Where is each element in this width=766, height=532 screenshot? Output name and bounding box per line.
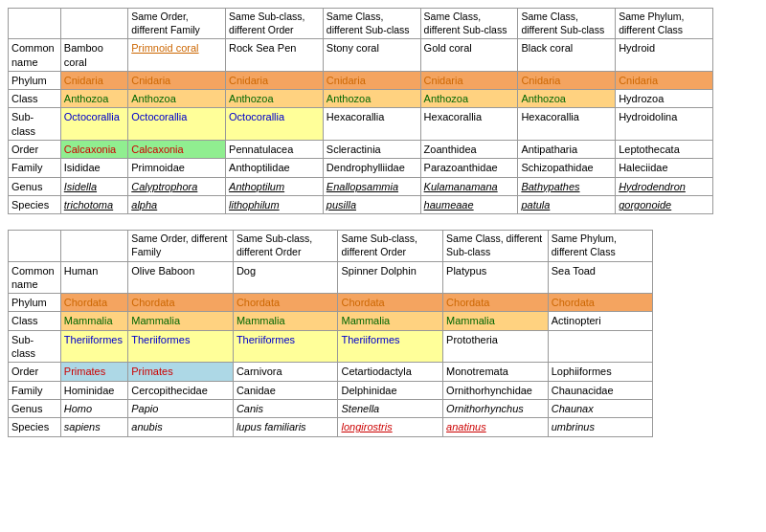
t1-cn-5: Black coral	[518, 39, 616, 72]
label-class1: Class	[9, 90, 61, 108]
header-same-class-diff-subclass3: Same Class, different Sub-class	[518, 9, 616, 39]
t1-ph-3: Cnidaria	[323, 71, 420, 89]
t1-or-4: Zoanthidea	[420, 141, 518, 159]
table2-row-phylum: Phylum Chordata Chordata Chordata Chorda…	[9, 294, 758, 312]
t2-label-commonname: Common name	[9, 261, 61, 294]
t1-cl-6: Hydrozoa	[616, 90, 713, 108]
t2-sc-5	[548, 330, 653, 363]
t2-header-same-subclass-diff-order2: Same Sub-class, different Order	[338, 231, 443, 261]
label-family1: Family	[9, 159, 61, 177]
t1-fa-6: Haleciidae	[616, 159, 713, 177]
t2-cl-4: Mammalia	[443, 312, 549, 330]
t2-or-1: Primates	[128, 363, 234, 381]
t2-cn-4: Platypus	[443, 261, 549, 294]
t1-sc-2: Octocorallia	[226, 108, 324, 141]
t1-ph-6: Cnidaria	[616, 71, 713, 89]
t1-ge-1: Calyptrophora	[128, 177, 226, 195]
t2-label-order: Order	[9, 363, 61, 381]
table1-row-species: Species trichotoma alpha lithophilum pus…	[9, 195, 758, 213]
t1-ph-4: Cnidaria	[420, 71, 518, 89]
table1-header: Same Order, different Family Same Sub-cl…	[9, 9, 758, 39]
t2-ge-3: Stenella	[338, 399, 443, 417]
t2-ph-3: Chordata	[338, 294, 443, 312]
header-empty1	[9, 9, 61, 39]
t1-cl-1: Anthozoa	[128, 90, 226, 108]
t2-label-subclass: Sub-class	[9, 330, 61, 363]
t1-fa-4: Parazoanthidae	[420, 159, 518, 177]
t2-header-same-order-diff-family: Same Order, different Family	[128, 231, 234, 261]
t1-sc-3: Hexacorallia	[323, 108, 420, 141]
t2-label-class: Class	[9, 312, 61, 330]
t1-ph-5: Cnidaria	[518, 71, 616, 89]
table2-row-class: Class Mammalia Mammalia Mammalia Mammali…	[9, 312, 758, 330]
t2-cn-0: Human	[60, 261, 127, 294]
t2-header-same-phylum-diff-class: Same Phylum, different Class	[548, 231, 653, 261]
table2-header: Same Order, different Family Same Sub-cl…	[9, 231, 758, 261]
t1-ph-2: Cnidaria	[226, 71, 324, 89]
t1-cn-0: Bamboo coral	[60, 39, 127, 72]
table1-row-class: Class Anthozoa Anthozoa Anthozoa Anthozo…	[9, 90, 758, 108]
t2-label-family: Family	[9, 381, 61, 399]
table1-row-commonname: Common name Bamboo coral Primnoid coral …	[9, 39, 758, 72]
label-commonname: Common name	[9, 39, 61, 72]
t2-label-genus: Genus	[9, 399, 61, 417]
t2-cl-3: Mammalia	[338, 312, 443, 330]
table2-row-commonname: Common name Human Olive Baboon Dog Spinn…	[9, 261, 758, 294]
t2-ph-4: Chordata	[443, 294, 549, 312]
t1-cn-6: Hydroid	[616, 39, 713, 72]
table2-row-genus: Genus Homo Papio Canis Stenella Ornithor…	[9, 399, 758, 417]
t1-sp-1: alpha	[128, 195, 226, 213]
t1-cn-1: Primnoid coral	[128, 39, 226, 72]
t2-ge-1: Papio	[128, 399, 234, 417]
t2-cn-1: Olive Baboon	[128, 261, 234, 294]
t1-ph-0: Cnidaria	[60, 71, 127, 89]
label-subclass1: Sub-class	[9, 108, 61, 141]
t2-sp-2: lupus familiaris	[233, 418, 338, 436]
table1-row-family: Family Isididae Primnoidae Anthoptilidae…	[9, 159, 758, 177]
t1-or-3: Scleractinia	[323, 141, 420, 159]
table2-row-order: Order Primates Primates Carnivora Cetart…	[9, 363, 758, 381]
t2-ge-0: Homo	[60, 399, 127, 417]
t2-sp-3: longirostris	[338, 418, 443, 436]
t2-or-3: Cetartiodactyla	[338, 363, 443, 381]
header-empty2	[60, 9, 127, 39]
table1-row-order: Order Calcaxonia Calcaxonia Pennatulacea…	[9, 141, 758, 159]
t1-or-2: Pennatulacea	[226, 141, 324, 159]
t2-sc-0: Theriiformes	[60, 330, 127, 363]
label-genus1: Genus	[9, 177, 61, 195]
t2-sp-4: anatinus	[443, 418, 549, 436]
t2-ph-1: Chordata	[128, 294, 234, 312]
table2-container: Same Order, different Family Same Sub-cl…	[8, 230, 758, 436]
t1-or-5: Antipatharia	[518, 141, 616, 159]
table1-row-phylum: Phylum Cnidaria Cnidaria Cnidaria Cnidar…	[9, 71, 758, 89]
t2-cl-0: Mammalia	[60, 312, 127, 330]
t1-ge-3: Enallopsammia	[323, 177, 420, 195]
t2-ge-2: Canis	[233, 399, 338, 417]
t2-sp-0: sapiens	[60, 418, 127, 436]
t1-cn-2: Rock Sea Pen	[226, 39, 324, 72]
t2-header-same-class-diff-subclass: Same Class, different Sub-class	[443, 231, 549, 261]
label-phylum1: Phylum	[9, 71, 61, 89]
t2-sc-2: Theriiformes	[233, 330, 338, 363]
t2-ph-2: Chordata	[233, 294, 338, 312]
header-same-class-diff-subclass2: Same Class, different Sub-class	[420, 9, 518, 39]
t1-cl-0: Anthozoa	[60, 90, 127, 108]
t2-fa-4: Ornithorhynchidae	[443, 381, 549, 399]
t1-or-0: Calcaxonia	[60, 141, 127, 159]
t1-fa-2: Anthoptilidae	[226, 159, 324, 177]
t1-cl-4: Anthozoa	[420, 90, 518, 108]
t1-sc-6: Hydroidolina	[616, 108, 713, 141]
t2-header-same-subclass-diff-order: Same Sub-class, different Order	[233, 231, 338, 261]
label-species1: Species	[9, 195, 61, 213]
t1-sp-0: trichotoma	[60, 195, 127, 213]
t2-fa-0: Hominidae	[60, 381, 127, 399]
t2-header-empty2	[60, 231, 127, 261]
t1-cl-2: Anthozoa	[226, 90, 324, 108]
t2-header-empty1	[9, 231, 61, 261]
header-same-phylum-diff-class: Same Phylum, different Class	[616, 9, 713, 39]
t1-ge-0: Isidella	[60, 177, 127, 195]
t1-cl-5: Anthozoa	[518, 90, 616, 108]
t2-sp-5: umbrinus	[548, 418, 653, 436]
t1-sc-1: Octocorallia	[128, 108, 226, 141]
t1-fa-1: Primnoidae	[128, 159, 226, 177]
